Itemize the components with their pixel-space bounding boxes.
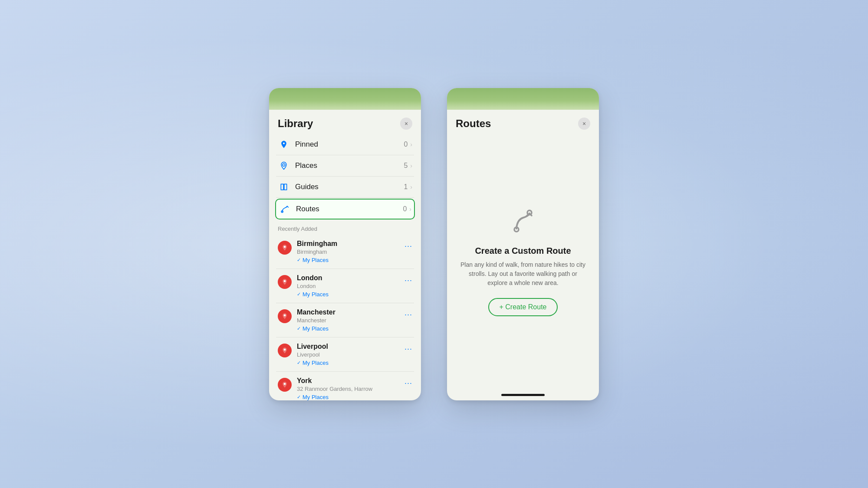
pin-icon	[281, 381, 288, 388]
place-more-york[interactable]: ···	[401, 377, 412, 388]
library-close-button[interactable]: ×	[400, 118, 412, 130]
routes-chevron: ›	[409, 206, 411, 213]
library-item-pinned[interactable]: Pinned 0 ›	[276, 134, 414, 155]
places-icon	[278, 161, 290, 170]
place-tag-label: My Places	[302, 291, 329, 298]
routes-empty-icon	[508, 207, 538, 237]
pin-icon	[281, 313, 288, 320]
routes-empty-description: Plan any kind of walk, from nature hikes…	[460, 260, 586, 288]
guides-icon	[278, 183, 290, 191]
pinned-count: 0	[404, 141, 408, 148]
places-count: 5	[404, 162, 408, 170]
place-tag-label: My Places	[302, 257, 329, 263]
place-tag-liverpool: ✓ My Places	[297, 360, 401, 366]
place-item-london[interactable]: London London ✓ My Places ···	[276, 269, 414, 303]
place-subtitle-liverpool: Liverpool	[297, 351, 401, 358]
pin-icon	[281, 278, 288, 285]
routes-panel: Routes × Create a Custom Route Plan any …	[447, 88, 599, 400]
place-more-liverpool[interactable]: ···	[401, 343, 412, 354]
create-route-button[interactable]: + Create Route	[488, 298, 558, 316]
place-subtitle-birmingham: Birmingham	[297, 249, 401, 255]
guides-label: Guides	[295, 183, 404, 191]
check-icon: ✓	[297, 291, 301, 297]
place-tag-london: ✓ My Places	[297, 291, 401, 298]
library-panel: Library × Pinned 0 › Places 5 › Guides 1…	[269, 88, 421, 400]
place-item-manchester[interactable]: Manchester Manchester ✓ My Places ···	[276, 303, 414, 337]
place-tag-label: My Places	[302, 325, 329, 332]
routes-label: Routes	[296, 205, 403, 213]
library-item-routes[interactable]: Routes 0 ›	[275, 199, 415, 219]
place-subtitle-manchester: Manchester	[297, 317, 401, 324]
place-subtitle-london: London	[297, 283, 401, 289]
place-name-liverpool: Liverpool	[297, 343, 401, 350]
check-icon: ✓	[297, 326, 301, 331]
place-name-york: York	[297, 377, 401, 385]
library-title: Library	[278, 118, 313, 130]
place-tag-birmingham: ✓ My Places	[297, 257, 401, 263]
place-tag-label: My Places	[302, 360, 329, 366]
place-more-manchester[interactable]: ···	[401, 308, 412, 319]
place-info-london: London London ✓ My Places	[297, 274, 401, 298]
place-name-birmingham: Birmingham	[297, 240, 401, 248]
place-item-york[interactable]: York 32 Ranmoor Gardens, Harrow ✓ My Pla…	[276, 372, 414, 400]
svg-point-1	[283, 164, 285, 166]
library-map-bg	[269, 88, 421, 110]
place-more-birmingham[interactable]: ···	[401, 240, 412, 251]
pin-icon	[281, 347, 288, 354]
place-pin-liverpool	[278, 344, 292, 357]
place-name-london: London	[297, 274, 401, 282]
place-pin-birmingham	[278, 241, 292, 255]
place-info-manchester: Manchester Manchester ✓ My Places	[297, 308, 401, 332]
places-chevron: ›	[410, 162, 412, 169]
places-label: Places	[295, 161, 404, 170]
routes-empty-state: Create a Custom Route Plan any kind of w…	[447, 134, 599, 390]
check-icon: ✓	[297, 360, 301, 366]
place-item-liverpool[interactable]: Liverpool Liverpool ✓ My Places ···	[276, 337, 414, 372]
place-subtitle-york: 32 Ranmoor Gardens, Harrow	[297, 386, 401, 392]
place-tag-manchester: ✓ My Places	[297, 325, 401, 332]
pinned-chevron: ›	[410, 141, 412, 148]
place-pin-london	[278, 275, 292, 289]
guides-count: 1	[404, 183, 408, 191]
place-pin-manchester	[278, 309, 292, 323]
check-icon: ✓	[297, 394, 301, 400]
check-icon: ✓	[297, 257, 301, 263]
place-info-york: York 32 Ranmoor Gardens, Harrow ✓ My Pla…	[297, 377, 401, 400]
routes-header: Routes ×	[447, 110, 599, 134]
guides-chevron: ›	[410, 183, 412, 190]
library-item-places[interactable]: Places 5 ›	[276, 155, 414, 177]
routes-empty-title: Create a Custom Route	[475, 246, 571, 256]
place-item-birmingham[interactable]: Birmingham Birmingham ✓ My Places ···	[276, 235, 414, 269]
place-more-london[interactable]: ···	[401, 274, 412, 285]
recently-added-header: Recently Added	[276, 220, 414, 235]
place-tag-york: ✓ My Places	[297, 394, 401, 400]
routes-icon	[279, 205, 291, 213]
routes-close-button[interactable]: ×	[578, 118, 590, 130]
pinned-label: Pinned	[295, 140, 404, 149]
place-info-birmingham: Birmingham Birmingham ✓ My Places	[297, 240, 401, 263]
place-tag-label: My Places	[302, 394, 329, 400]
library-items-list: Pinned 0 › Places 5 › Guides 1 › Routes …	[276, 134, 414, 219]
library-content: Pinned 0 › Places 5 › Guides 1 › Routes …	[269, 134, 421, 400]
library-item-guides[interactable]: Guides 1 ›	[276, 177, 414, 198]
routes-title: Routes	[456, 118, 491, 130]
routes-map-bg	[447, 88, 599, 110]
library-header: Library ×	[269, 110, 421, 134]
pin-icon	[281, 244, 288, 251]
place-name-manchester: Manchester	[297, 308, 401, 316]
routes-scroll-indicator	[501, 394, 545, 396]
place-info-liverpool: Liverpool Liverpool ✓ My Places	[297, 343, 401, 366]
places-list: Birmingham Birmingham ✓ My Places ··· Lo…	[276, 235, 414, 400]
routes-count: 0	[403, 205, 407, 213]
pinned-icon	[278, 140, 290, 149]
place-pin-york	[278, 378, 292, 392]
